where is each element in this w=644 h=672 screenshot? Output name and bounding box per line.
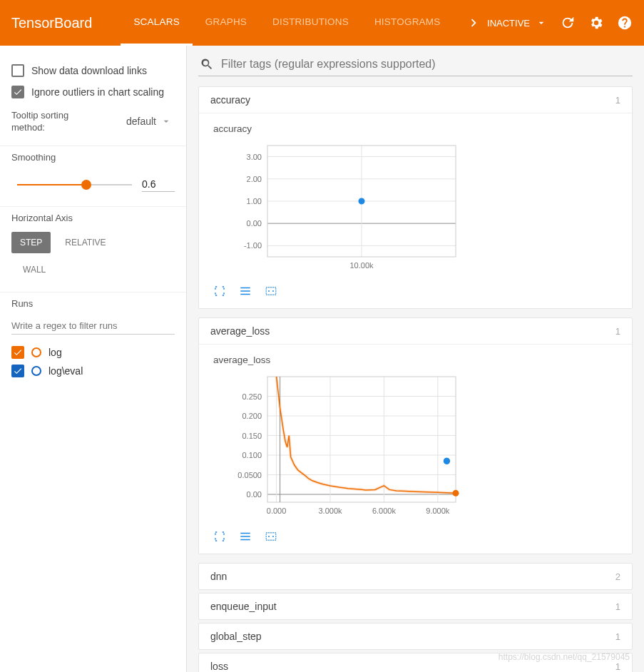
checkbox-checked-icon bbox=[11, 86, 24, 98]
smoothing-label: Smoothing bbox=[11, 152, 175, 163]
chart-actions bbox=[210, 284, 620, 298]
scalar-card-collapsed[interactable]: dnn2 bbox=[198, 563, 633, 590]
axis-section: Horizontal Axis STEPRELATIVEWALL bbox=[0, 207, 186, 292]
scalar-card-collapsed[interactable]: global_step1 bbox=[198, 623, 633, 650]
svg-text:3.000k: 3.000k bbox=[318, 506, 342, 515]
card-count: 2 bbox=[615, 571, 620, 582]
svg-rect-50 bbox=[266, 533, 276, 541]
card-count: 1 bbox=[615, 661, 620, 672]
chart-area[interactable]: -1.000.001.002.003.0010.00k bbox=[225, 141, 620, 277]
chart-title: accuracy bbox=[213, 123, 620, 134]
tabs-scroll-right[interactable] bbox=[460, 15, 487, 31]
run-checkbox-icon bbox=[11, 365, 24, 377]
card-count: 1 bbox=[615, 95, 620, 106]
svg-text:0.000: 0.000 bbox=[267, 506, 287, 515]
svg-point-52 bbox=[272, 536, 274, 537]
run-name: log bbox=[48, 347, 62, 358]
show-download-row[interactable]: Show data download links bbox=[11, 60, 175, 81]
inactive-dropdown[interactable]: INACTIVE bbox=[487, 17, 547, 29]
expand-icon[interactable] bbox=[210, 529, 229, 544]
smoothing-input[interactable] bbox=[142, 178, 175, 192]
card-body: average_loss0.000.05000.1000.1500.2000.2… bbox=[199, 345, 632, 554]
ignore-outliers-label: Ignore outliers in chart scaling bbox=[31, 86, 164, 98]
tooltip-sort-select[interactable]: default bbox=[123, 114, 175, 129]
tab-scalars[interactable]: SCALARS bbox=[121, 0, 192, 46]
tab-distributions[interactable]: DISTRIBUTIONS bbox=[260, 0, 362, 46]
tooltip-sort-label: Tooltip sorting method: bbox=[11, 110, 76, 134]
svg-text:3.00: 3.00 bbox=[247, 153, 262, 161]
axis-btn-relative[interactable]: RELATIVE bbox=[56, 232, 114, 253]
smoothing-slider-row bbox=[11, 171, 175, 195]
tab-histograms[interactable]: HISTOGRAMS bbox=[362, 0, 454, 46]
card-tag: loss bbox=[210, 661, 228, 672]
app-logo: TensorBoard bbox=[11, 15, 92, 31]
chart-title: average_loss bbox=[213, 355, 620, 365]
checkbox-icon bbox=[11, 64, 24, 77]
smoothing-section: Smoothing bbox=[0, 146, 186, 207]
run-row[interactable]: log\eval bbox=[11, 362, 175, 380]
runs-section: Runs loglog\eval bbox=[0, 292, 186, 392]
card-header[interactable]: accuracy1 bbox=[199, 87, 632, 113]
svg-text:6.000k: 6.000k bbox=[372, 506, 397, 515]
toggle-log-icon[interactable] bbox=[236, 529, 255, 544]
main-content: accuracy1accuracy-1.000.001.002.003.0010… bbox=[187, 46, 644, 672]
help-icon[interactable] bbox=[617, 15, 633, 31]
axis-buttons: STEPRELATIVEWALL bbox=[11, 232, 175, 280]
svg-point-51 bbox=[268, 536, 270, 537]
svg-point-46 bbox=[444, 458, 450, 464]
show-download-label: Show data download links bbox=[31, 65, 147, 76]
svg-rect-42 bbox=[267, 377, 456, 502]
tag-filter-input[interactable] bbox=[221, 58, 631, 71]
fit-domain-icon[interactable] bbox=[262, 529, 280, 544]
axis-btn-wall[interactable]: WALL bbox=[14, 259, 175, 280]
card-tag: dnn bbox=[210, 571, 227, 582]
app-header: TensorBoard SCALARSGRAPHSDISTRIBUTIONSHI… bbox=[0, 0, 644, 46]
run-row[interactable]: log bbox=[11, 343, 175, 362]
sidebar: Show data download links Ignore outliers… bbox=[0, 46, 187, 672]
gear-icon[interactable] bbox=[588, 15, 604, 31]
svg-point-20 bbox=[272, 290, 274, 292]
search-icon bbox=[200, 57, 214, 71]
tab-graphs[interactable]: GRAPHS bbox=[193, 0, 260, 46]
header-right: INACTIVE bbox=[487, 15, 633, 31]
card-count: 1 bbox=[615, 601, 620, 612]
axis-label: Horizontal Axis bbox=[11, 213, 175, 223]
run-name: log\eval bbox=[48, 365, 83, 377]
scalar-card: accuracy1accuracy-1.000.001.002.003.0010… bbox=[198, 86, 633, 309]
smoothing-slider[interactable] bbox=[17, 184, 132, 185]
svg-text:10.00k: 10.00k bbox=[349, 261, 374, 270]
svg-point-14 bbox=[359, 198, 365, 205]
card-tag: accuracy bbox=[210, 94, 250, 106]
card-body: accuracy-1.000.001.002.003.0010.00k bbox=[199, 113, 632, 308]
axis-btn-step[interactable]: STEP bbox=[11, 232, 51, 253]
refresh-icon[interactable] bbox=[560, 15, 576, 31]
svg-text:0.00: 0.00 bbox=[247, 219, 262, 228]
svg-text:0.150: 0.150 bbox=[242, 432, 262, 440]
card-header[interactable]: average_loss1 bbox=[199, 318, 632, 345]
expand-icon[interactable] bbox=[210, 284, 229, 298]
fit-domain-icon[interactable] bbox=[262, 284, 280, 298]
toggle-log-icon[interactable] bbox=[236, 284, 255, 298]
header-tabs: SCALARSGRAPHSDISTRIBUTIONSHISTOGRAMS bbox=[121, 0, 460, 46]
tooltip-sort-row: Tooltip sorting method: default bbox=[11, 103, 175, 134]
ignore-outliers-row[interactable]: Ignore outliers in chart scaling bbox=[11, 81, 175, 103]
scalar-card-collapsed[interactable]: loss1 bbox=[198, 653, 633, 672]
chart-area[interactable]: 0.000.05000.1000.1500.2000.2500.0003.000… bbox=[225, 372, 620, 522]
card-count: 1 bbox=[615, 631, 620, 642]
chart-actions bbox=[210, 529, 620, 544]
scalar-card-collapsed[interactable]: enqueue_input1 bbox=[198, 593, 633, 620]
svg-point-45 bbox=[453, 490, 459, 497]
svg-text:2.00: 2.00 bbox=[247, 175, 262, 183]
runs-filter-input[interactable] bbox=[11, 317, 175, 335]
svg-point-19 bbox=[268, 290, 270, 292]
svg-text:0.250: 0.250 bbox=[242, 392, 262, 401]
card-tag: average_loss bbox=[210, 325, 270, 337]
tooltip-sort-value: default bbox=[126, 116, 156, 127]
scalar-card: average_loss1average_loss0.000.05000.100… bbox=[198, 317, 633, 554]
inactive-label: INACTIVE bbox=[487, 18, 530, 29]
run-color-icon bbox=[31, 347, 41, 357]
svg-text:0.200: 0.200 bbox=[242, 412, 262, 420]
svg-text:9.000k: 9.000k bbox=[426, 506, 450, 515]
tag-filter-row bbox=[198, 53, 633, 76]
card-count: 1 bbox=[615, 326, 620, 337]
